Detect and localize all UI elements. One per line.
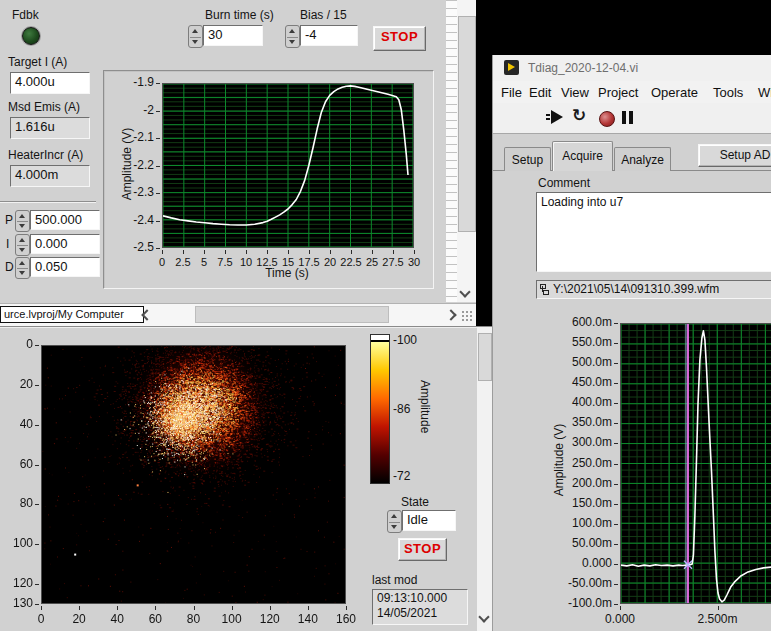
tick-label — [35, 425, 39, 426]
setup-ad-button[interactable]: Setup AD — [698, 144, 771, 167]
tick-label — [351, 250, 352, 254]
tick-label: 600.0m — [558, 315, 612, 329]
tick-label: 2.500m — [693, 612, 743, 626]
burn-time-field[interactable]: 30 — [203, 25, 263, 46]
pause-icon[interactable] — [622, 111, 633, 124]
tick-label — [156, 248, 160, 249]
menu-view[interactable]: View — [561, 85, 589, 100]
tick-label — [414, 250, 415, 254]
colorbar — [370, 334, 390, 484]
last-mod-date: 14/05/2021 — [377, 606, 463, 621]
tick-label — [614, 524, 618, 525]
tick-label — [204, 250, 205, 254]
tick-label: 0.000 — [595, 612, 645, 626]
tab-setup[interactable]: Setup — [504, 147, 551, 171]
abort-icon[interactable] — [599, 111, 615, 127]
tick-label: 200.0m — [558, 476, 612, 490]
pid-p-label: P — [5, 213, 13, 227]
bias-spinner[interactable] — [285, 25, 300, 48]
stop-button-top[interactable]: STOP — [373, 26, 426, 51]
tick-label — [183, 250, 184, 254]
colorbar-tick-bottom: -72 — [393, 469, 410, 483]
tick-label — [35, 345, 39, 346]
state-field[interactable]: Idle — [402, 510, 456, 531]
pid-p-field[interactable]: 500.000 — [30, 210, 100, 230]
tick-label — [246, 250, 247, 254]
tick-label: -2.2 — [100, 158, 154, 172]
tick-label — [162, 250, 163, 254]
pid-p-spinner[interactable] — [15, 210, 30, 232]
horizontal-scrollbar-thumb[interactable] — [195, 306, 389, 323]
tick-label: -2 — [100, 103, 154, 117]
beam-window-scrollbar-thumb[interactable] — [478, 333, 492, 381]
tick-label: 250.0m — [558, 456, 612, 470]
tab-acquire[interactable]: Acquire — [552, 141, 613, 171]
menu-file[interactable]: File — [501, 85, 522, 100]
tick-label: 500.0m — [558, 355, 612, 369]
run-continuous-icon[interactable]: ↻ — [572, 106, 586, 126]
beam-image-canvas — [42, 346, 345, 603]
bias-field[interactable]: -4 — [300, 25, 358, 46]
comment-box[interactable]: Loading into u7 — [536, 192, 771, 272]
run-icon[interactable] — [546, 110, 564, 125]
burn-chart-xlabel: Time (s) — [252, 266, 322, 280]
tick-label — [346, 606, 347, 610]
tick-label — [288, 250, 289, 254]
pid-d-field[interactable]: 0.050 — [30, 257, 100, 277]
msd-emis-label: Msd Emis (A) — [8, 100, 80, 114]
last-mod-time: 09:13:10.000 — [377, 591, 463, 606]
path-field[interactable]: Y:\2021\05\14\091310.399.wfm — [536, 280, 771, 299]
beam-image-plot — [41, 345, 346, 604]
tick-label: 400.0m — [558, 395, 612, 409]
vertical-scrollbar-thumb[interactable] — [458, 16, 476, 232]
tick-label: 0.000 — [558, 556, 612, 570]
fdbk-led-icon — [22, 27, 40, 45]
heater-incr-label: HeaterIncr (A) — [8, 148, 83, 162]
tick-label — [614, 504, 618, 505]
state-spinner[interactable] — [387, 510, 402, 533]
menu-project[interactable]: Project — [598, 85, 638, 100]
tick-label — [225, 250, 226, 254]
target-i-field[interactable]: 4.000u — [10, 72, 90, 94]
pid-i-field[interactable]: 0.000 — [30, 234, 100, 254]
bias-label: Bias / 15 — [300, 8, 347, 22]
colorbar-tick-top: -100 — [393, 333, 417, 347]
menu-window[interactable]: Window — [758, 85, 771, 100]
burn-time-spinner[interactable] — [188, 25, 203, 48]
resize-grip-icon[interactable] — [461, 310, 472, 321]
menu-edit[interactable]: Edit — [529, 85, 551, 100]
tick-label: -1.9 — [100, 75, 154, 89]
tick-label: 100 — [0, 536, 33, 550]
stop-button-top-label: STOP — [381, 29, 418, 44]
tick-label — [614, 544, 618, 545]
context-target-box[interactable]: urce.lvproj/My Computer — [0, 306, 144, 323]
tick-label: 50.00m — [558, 536, 612, 550]
tick-label: -100.0m — [558, 596, 612, 610]
stop-button-bottom[interactable]: STOP — [398, 538, 447, 561]
tick-label — [270, 606, 271, 610]
scope-chart-plot[interactable] — [620, 323, 771, 604]
tick-label: -50.00m — [558, 576, 612, 590]
last-mod-label: last mod — [372, 573, 417, 587]
tick-label — [614, 443, 618, 444]
tick-label — [156, 138, 160, 139]
tick-label — [156, 221, 160, 222]
msd-emis-field: 1.616u — [10, 117, 90, 139]
tick-label — [330, 250, 331, 254]
tick-label — [156, 166, 160, 167]
tick-label — [614, 343, 618, 344]
tab-analyze[interactable]: Analyze — [614, 147, 671, 171]
tick-label — [156, 193, 160, 194]
tick-label — [614, 423, 618, 424]
heater-incr-field: 4.000m — [10, 165, 90, 187]
pid-i-spinner[interactable] — [15, 234, 30, 256]
tick-label — [393, 250, 394, 254]
tick-label — [117, 606, 118, 610]
tick-label — [35, 544, 39, 545]
menu-tools[interactable]: Tools — [713, 85, 743, 100]
tick-label: 100.0m — [558, 516, 612, 530]
beam-image-window: -100 -86 -72 Amplitude State Idle STOP l… — [0, 326, 492, 631]
menu-operate[interactable]: Operate — [651, 85, 698, 100]
pid-d-spinner[interactable] — [15, 257, 30, 279]
tick-label — [614, 564, 618, 565]
